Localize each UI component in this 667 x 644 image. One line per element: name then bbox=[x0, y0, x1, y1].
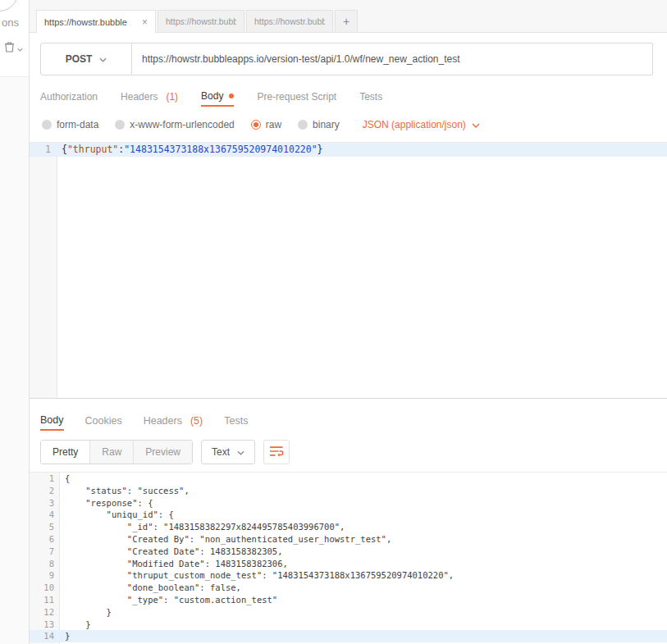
line-number: 9 bbox=[30, 569, 60, 582]
method-label: POST bbox=[66, 53, 93, 65]
response-code-text: "Created By": "non_authenticated_user_ho… bbox=[60, 533, 391, 546]
code-token: "1483154373188x136759520974010220" bbox=[124, 144, 317, 155]
request-body-editor[interactable]: 1 {"thruput":"1483154373188x136759520974… bbox=[30, 142, 667, 398]
response-code-text: { bbox=[60, 473, 70, 485]
content-type-label: JSON (application/json) bbox=[363, 119, 466, 130]
body-mode-label: x-www-form-urlencoded bbox=[130, 119, 234, 130]
response-code-text: "Created Date": 1483158382305, bbox=[60, 546, 283, 558]
radio-icon bbox=[251, 120, 261, 130]
response-code-line: 2 "status": "success", bbox=[30, 485, 667, 497]
url-input[interactable]: https://howstr.bubbleapps.io/version-tes… bbox=[132, 43, 653, 75]
body-mode-raw[interactable]: raw bbox=[251, 119, 281, 130]
body-mode-label: form-data bbox=[57, 119, 98, 130]
line-number: 8 bbox=[30, 558, 60, 570]
response-tab-cookies[interactable]: Cookies bbox=[85, 410, 122, 431]
response-view-row: PrettyRawPreview Text bbox=[30, 439, 667, 465]
request-tab-headers-1[interactable]: Headers(1) bbox=[121, 86, 178, 107]
request-response-divider bbox=[30, 398, 667, 399]
sidebar-edge: ons bbox=[0, 0, 30, 644]
response-code-line: 5 "_id": "1483158382297x8244957854039967… bbox=[30, 521, 667, 533]
main-panel: https://howstr.bubble×https://howstr.bub… bbox=[30, 0, 667, 644]
request-tab[interactable]: https://howstr.bubbleapps.i bbox=[158, 10, 244, 32]
request-tab-pre-request-script[interactable]: Pre-request Script bbox=[257, 86, 336, 107]
tab-label: Headers bbox=[144, 415, 182, 427]
tab-label: Pre-request Script bbox=[257, 91, 336, 103]
line-number: 7 bbox=[30, 546, 60, 558]
sidebar-lower-panel bbox=[0, 76, 29, 644]
line-number: 11 bbox=[30, 594, 60, 606]
format-label: Text bbox=[212, 446, 230, 458]
response-body-editor[interactable]: 1{2 "status": "success",3 "response": {4… bbox=[30, 472, 667, 644]
tab-label: https://howstr.bubbleapps.i bbox=[254, 16, 325, 26]
line-number: 13 bbox=[30, 619, 60, 631]
response-code-text: "response": { bbox=[60, 497, 153, 509]
response-code-text: "uniqu_id": { bbox=[60, 509, 174, 521]
tab-label: https://howstr.bubble bbox=[44, 17, 127, 27]
radio-icon bbox=[298, 120, 308, 130]
line-number: 3 bbox=[30, 497, 60, 509]
request-tab[interactable]: https://howstr.bubbleapps.i bbox=[246, 10, 333, 32]
response-code-line: 11 "_type": "custom.action_test" bbox=[30, 594, 667, 606]
tab-label: Tests bbox=[224, 415, 248, 427]
body-mode-binary[interactable]: binary bbox=[298, 119, 340, 130]
body-mode-label: binary bbox=[313, 119, 340, 130]
code-token: } bbox=[318, 144, 323, 155]
wrap-lines-button[interactable] bbox=[263, 440, 290, 464]
request-tabs: AuthorizationHeaders(1)BodyPre-request S… bbox=[30, 86, 667, 107]
tab-label: Cookies bbox=[85, 415, 122, 427]
body-mode-x-www-form-urlencoded[interactable]: x-www-form-urlencoded bbox=[115, 119, 234, 130]
response-code-line: 7 "Created Date": 1483158382305, bbox=[30, 546, 667, 558]
tab-strip: https://howstr.bubble×https://howstr.bub… bbox=[30, 0, 667, 33]
tab-label: Headers bbox=[121, 91, 158, 103]
response-code-text: "_id": "1483158382297x824495785403996700… bbox=[60, 521, 345, 533]
response-tab-headers-5[interactable]: Headers(5) bbox=[144, 410, 203, 431]
body-mode-row: form-datax-www-form-urlencodedrawbinary … bbox=[30, 117, 667, 132]
tab-label: https://howstr.bubbleapps.i bbox=[166, 16, 236, 26]
request-tab-tests[interactable]: Tests bbox=[359, 86, 382, 107]
response-code-line: 14} bbox=[30, 630, 667, 642]
line-number: 4 bbox=[30, 509, 60, 521]
response-code-line: 3 "response": { bbox=[30, 497, 667, 509]
chevron-down-icon bbox=[99, 53, 107, 65]
tab-count-badge: (5) bbox=[190, 415, 203, 427]
request-tab-body[interactable]: Body bbox=[201, 86, 234, 107]
response-view-segmented: PrettyRawPreview bbox=[40, 440, 193, 464]
response-format-select[interactable]: Text bbox=[201, 440, 255, 464]
chevron-down-icon bbox=[17, 43, 23, 54]
response-tabs: BodyCookiesHeaders(5)Tests bbox=[30, 410, 667, 431]
request-tab-authorization[interactable]: Authorization bbox=[40, 86, 98, 107]
tab-label: Body bbox=[201, 90, 223, 102]
editor-gutter bbox=[30, 143, 57, 398]
response-code-line: 8 "Modified Date": 1483158382306, bbox=[30, 558, 667, 570]
tab-label: Tests bbox=[359, 91, 382, 103]
request-url-row: POST https://howstr.bubbleapps.io/versio… bbox=[40, 43, 653, 75]
line-number: 1 bbox=[30, 473, 60, 485]
line-number: 2 bbox=[30, 485, 60, 497]
response-code-text: "status": "success", bbox=[60, 485, 190, 497]
view-mode-pretty[interactable]: Pretty bbox=[41, 441, 89, 464]
chevron-down-icon bbox=[472, 119, 480, 130]
line-number: 6 bbox=[30, 533, 60, 546]
new-tab-button[interactable]: + bbox=[335, 10, 358, 32]
response-code-line: 12 } bbox=[30, 606, 667, 619]
response-tab-tests[interactable]: Tests bbox=[224, 410, 248, 431]
request-tab[interactable]: https://howstr.bubble× bbox=[36, 10, 156, 33]
view-mode-raw[interactable]: Raw bbox=[89, 441, 133, 464]
tab-label: Authorization bbox=[40, 91, 98, 103]
request-code-line: 1 {"thruput":"1483154373188x136759520974… bbox=[30, 143, 667, 157]
request-body-code: {"thruput":"1483154373188x13675952097401… bbox=[57, 143, 323, 157]
close-tab-icon[interactable]: × bbox=[142, 16, 148, 28]
response-code-text: "done_boolean": false, bbox=[60, 582, 241, 594]
body-mode-form-data[interactable]: form-data bbox=[42, 119, 98, 130]
response-tab-body[interactable]: Body bbox=[40, 410, 64, 431]
content-type-select[interactable]: JSON (application/json) bbox=[363, 119, 480, 130]
response-code-line: 4 "uniqu_id": { bbox=[30, 509, 667, 521]
method-select[interactable]: POST bbox=[40, 43, 132, 75]
trash-button[interactable] bbox=[4, 41, 23, 55]
response-code-line: 13 } bbox=[30, 619, 667, 631]
line-number: 1 bbox=[30, 143, 57, 157]
postman-window: ons https://howstr.bubble×https://howstr… bbox=[0, 0, 667, 644]
body-mode-options: form-datax-www-form-urlencodedrawbinary bbox=[42, 119, 340, 130]
view-mode-preview[interactable]: Preview bbox=[133, 441, 192, 464]
response-code-text: } bbox=[60, 630, 70, 642]
